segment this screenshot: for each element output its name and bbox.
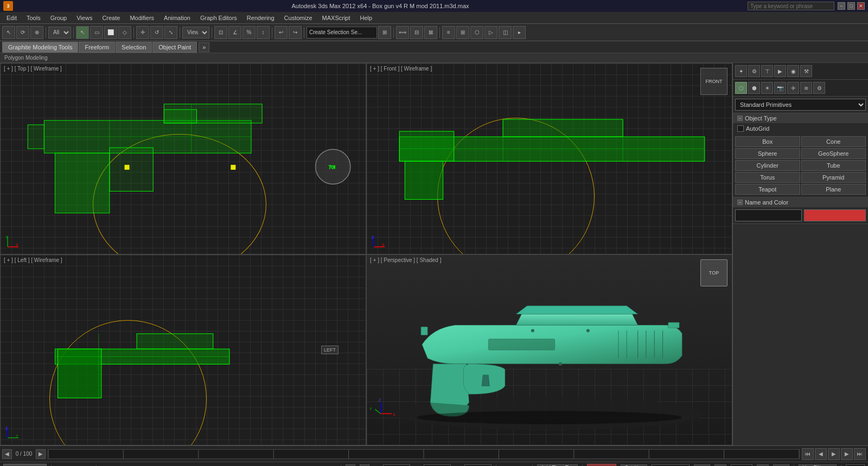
- object-name-input[interactable]: [735, 209, 802, 221]
- time-input[interactable]: 0: [731, 464, 752, 467]
- object-type-header[interactable]: − Object Type: [733, 113, 868, 123]
- layer-manager[interactable]: ≡: [442, 26, 455, 39]
- scale-tool[interactable]: ⤡: [164, 26, 177, 39]
- freeform-tab[interactable]: Freeform: [79, 42, 115, 53]
- display-tab-icon[interactable]: ◉: [787, 65, 799, 77]
- material-editor[interactable]: ⬡: [470, 26, 483, 39]
- select-btn[interactable]: ↖: [76, 26, 89, 39]
- freehand[interactable]: ◇: [118, 26, 131, 39]
- named-selection-input[interactable]: [307, 27, 377, 39]
- lights-icon[interactable]: ☀: [761, 82, 773, 94]
- add-time-tag-btn[interactable]: Add Time Tag: [537, 464, 578, 467]
- timeline-track[interactable]: [48, 449, 800, 459]
- cylinder-button[interactable]: Cylinder: [735, 160, 800, 171]
- edit-named-selections[interactable]: ⊞: [378, 26, 391, 39]
- frame-forward[interactable]: ▶: [757, 464, 769, 467]
- tube-button[interactable]: Tube: [801, 160, 866, 171]
- box-button[interactable]: Box: [735, 136, 800, 147]
- frame-skip-forward[interactable]: ▶▶: [773, 464, 789, 467]
- sphere-button[interactable]: Sphere: [735, 148, 800, 159]
- render-frame[interactable]: ◫: [499, 26, 512, 39]
- object-paint-tab[interactable]: Object Paint: [152, 42, 197, 53]
- search-input[interactable]: [748, 2, 834, 10]
- settings-icon[interactable]: ⚙: [360, 464, 369, 467]
- autogrid-checkbox[interactable]: [737, 125, 744, 132]
- torus-button[interactable]: Torus: [735, 172, 800, 183]
- object-type-collapse[interactable]: −: [737, 116, 743, 121]
- menu-views[interactable]: Views: [72, 14, 97, 22]
- menu-rendering[interactable]: Rendering: [242, 14, 279, 22]
- menu-group[interactable]: Group: [46, 14, 72, 22]
- name-color-collapse[interactable]: −: [737, 200, 743, 205]
- perspective-nav-cube[interactable]: TOP: [700, 259, 727, 286]
- timeline-next[interactable]: ▶: [36, 449, 46, 459]
- cone-button[interactable]: Cone: [801, 136, 866, 147]
- spacewarps-icon[interactable]: ≋: [800, 82, 812, 94]
- frame-skip-back[interactable]: ◀◀: [694, 464, 710, 467]
- menu-customize[interactable]: Customize: [280, 14, 317, 22]
- motion-tab-icon[interactable]: ▶: [774, 65, 786, 77]
- mirror[interactable]: ⟺: [396, 26, 409, 39]
- auto-key-btn[interactable]: Auto Key: [587, 464, 617, 467]
- close-button[interactable]: ✕: [857, 2, 865, 10]
- menu-animation[interactable]: Animation: [159, 14, 195, 22]
- menu-create[interactable]: Create: [98, 14, 124, 22]
- selection-tab[interactable]: Selection: [116, 42, 152, 53]
- selected-dropdown[interactable]: Selected: [652, 464, 690, 467]
- next-frame[interactable]: ▶: [841, 448, 853, 460]
- color-swatch[interactable]: [804, 209, 866, 221]
- graphite-tools-tab[interactable]: Graphite Modeling Tools: [2, 42, 78, 53]
- select-region[interactable]: ▭: [90, 26, 103, 39]
- menu-modifiers[interactable]: Modifiers: [125, 14, 158, 22]
- create-tab-icon[interactable]: ✦: [735, 65, 747, 77]
- geosphere-button[interactable]: GeoSphere: [801, 148, 866, 159]
- quick-render[interactable]: ▸: [513, 26, 526, 39]
- quick-align[interactable]: ⊠: [424, 26, 437, 39]
- left-nav-label[interactable]: LEFT: [321, 346, 339, 354]
- menu-help[interactable]: Help: [356, 14, 377, 22]
- filter-dropdown[interactable]: All: [48, 27, 71, 39]
- view-dropdown[interactable]: View: [182, 27, 209, 39]
- rotate-tool[interactable]: ↺: [150, 26, 163, 39]
- align[interactable]: ⊟: [410, 26, 423, 39]
- z-input[interactable]: [464, 464, 492, 467]
- hierarchy-tab-icon[interactable]: ⊤: [761, 65, 773, 77]
- prev-frame[interactable]: ◀: [815, 448, 827, 460]
- graphite-overflow[interactable]: »: [199, 42, 209, 52]
- pyramid-button[interactable]: Pyramid: [801, 172, 866, 183]
- systems-icon[interactable]: ⚙: [813, 82, 825, 94]
- render-setup[interactable]: ▷: [484, 26, 497, 39]
- snap-toggle[interactable]: ⊡: [214, 26, 227, 39]
- select-tool[interactable]: ↖: [2, 26, 15, 39]
- redo[interactable]: ↪: [289, 26, 302, 39]
- undo[interactable]: ↩: [275, 26, 288, 39]
- minimize-button[interactable]: −: [838, 2, 845, 10]
- viewport-perspective[interactable]: [ + ] [ Perspective ] [ Shaded ] TOP: [366, 254, 732, 446]
- percent-snap[interactable]: %: [242, 26, 256, 39]
- frame-count-input[interactable]: [846, 464, 865, 467]
- spinner-snap[interactable]: ↕: [257, 26, 270, 39]
- menu-graph-editors[interactable]: Graph Editors: [196, 14, 241, 22]
- shapes-icon[interactable]: ⬢: [748, 82, 760, 94]
- teapot-button[interactable]: Teapot: [735, 184, 800, 195]
- angle-snap[interactable]: ∠: [228, 26, 241, 39]
- geometry-icon[interactable]: ⬡: [735, 82, 747, 94]
- frame-back[interactable]: ◀: [714, 464, 726, 467]
- menu-edit[interactable]: Edit: [2, 14, 21, 22]
- rotate-view[interactable]: ⟳: [16, 26, 29, 39]
- helpers-icon[interactable]: ✛: [787, 82, 799, 94]
- modify-tab-icon[interactable]: ⚙: [748, 65, 760, 77]
- set-key-btn[interactable]: Set Key: [621, 464, 647, 467]
- plane-button[interactable]: Plane: [801, 184, 866, 195]
- play-btn[interactable]: ▶: [828, 448, 840, 460]
- menu-maxscript[interactable]: MAXScript: [318, 14, 355, 22]
- cameras-icon[interactable]: 📷: [774, 82, 786, 94]
- viewport-top[interactable]: [ + ] [ Top ] [ Wireframe ]: [0, 63, 366, 254]
- go-start[interactable]: ⏮: [802, 448, 814, 460]
- front-orient-cube[interactable]: FRONT: [700, 68, 727, 95]
- key-filters-btn[interactable]: Key Filters...: [799, 464, 837, 467]
- maximize-button[interactable]: □: [847, 2, 855, 10]
- viewport-left[interactable]: [ + ] [ Left ] [ Wireframe ] LEFT: [0, 254, 366, 446]
- timeline-prev[interactable]: ◀: [2, 449, 12, 459]
- lock-icon[interactable]: 🔒: [346, 464, 355, 467]
